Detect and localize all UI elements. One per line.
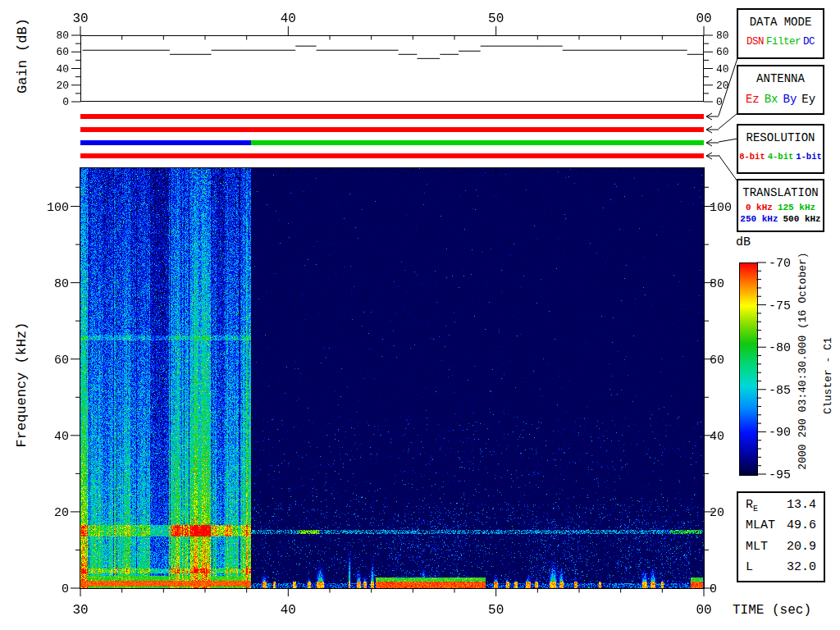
legend-antenna: ANTENNA EzBxByEy — [737, 65, 824, 115]
svg-text:40: 40 — [56, 63, 69, 75]
svg-text:60: 60 — [56, 46, 69, 58]
ephemeris-row-mlt: MLT 20.9 — [746, 540, 816, 555]
ephemeris-row-re: RE 13.4 — [746, 498, 816, 514]
legend-resolution-values: 8-bit4-bit1-bit — [739, 152, 822, 162]
svg-text:20: 20 — [54, 506, 69, 520]
legend-translation: TRANSLATION 0 kHz125 kHz250 kHz500 kHz — [737, 179, 824, 232]
legend-value-0-khz: 0 kHz — [746, 203, 773, 213]
svg-text:0: 0 — [716, 96, 723, 108]
svg-text:0: 0 — [62, 96, 69, 108]
legend-resolution: RESOLUTION 8-bit4-bit1-bit — [737, 124, 824, 174]
legend-translation-values: 0 kHz125 kHz250 kHz500 kHz — [740, 203, 820, 225]
legend-resolution-title: RESOLUTION — [746, 131, 815, 144]
legend-value-bx: Bx — [765, 93, 778, 106]
ephemeris-value-re: 13.4 — [787, 498, 816, 514]
legend-value-dsn: DSN — [746, 36, 764, 48]
svg-text:80: 80 — [54, 277, 69, 291]
legend-value-8-bit: 8-bit — [739, 152, 765, 162]
svg-text:80: 80 — [56, 30, 69, 42]
ephemeris-label-mlat: MLAT — [746, 518, 775, 534]
svg-text:20: 20 — [56, 80, 69, 92]
ephemeris-value-mlat: 49.6 — [787, 518, 816, 534]
svg-text:0: 0 — [62, 582, 69, 596]
svg-text:-90: -90 — [769, 426, 791, 440]
svg-text:30: 30 — [72, 603, 88, 618]
legend-antenna-title: ANTENNA — [756, 72, 805, 85]
status-bar-resolution — [80, 140, 704, 145]
svg-text:20: 20 — [716, 80, 729, 92]
legend-value-1-bit: 1-bit — [796, 152, 822, 162]
gain-axis-label: Gain (dB) — [15, 18, 30, 94]
time-axis-label: TIME (sec) — [733, 603, 811, 618]
svg-text:-85: -85 — [769, 384, 791, 398]
colorbar — [739, 262, 758, 476]
ephemeris-label-mlt: MLT — [746, 540, 768, 555]
svg-text:100: 100 — [710, 201, 732, 215]
svg-text:30: 30 — [72, 11, 88, 26]
svg-text:60: 60 — [54, 354, 69, 368]
ephemeris-row-mlat: MLAT 49.6 — [746, 518, 816, 534]
ephemeris-label-re: RE — [746, 498, 758, 514]
legend-value-filter: Filter — [766, 36, 801, 48]
ephemeris-value-mlt: 20.9 — [787, 540, 816, 555]
ephemeris-row-l: L 32.0 — [746, 560, 816, 576]
legend-value-250-khz: 250 kHz — [740, 214, 778, 225]
timestamp-vertical-text: 2000 290 03:40:30.000 (16 October) — [797, 252, 809, 469]
ephemeris-value-l: 32.0 — [787, 560, 816, 576]
svg-text:40: 40 — [710, 430, 724, 444]
legend-value-125-khz: 125 kHz — [778, 203, 815, 213]
svg-text:00: 00 — [696, 603, 711, 618]
svg-text:-75: -75 — [769, 299, 791, 313]
svg-text:-80: -80 — [769, 341, 791, 355]
legend-antenna-values: EzBxByEy — [746, 93, 815, 106]
ephemeris-box: RE 13.4 MLAT 49.6 MLT 20.9 L 32.0 — [737, 491, 825, 582]
svg-text:40: 40 — [281, 11, 296, 26]
frequency-axis-label: Frequency (kHz) — [14, 322, 30, 447]
legend-value-ey: Ey — [801, 93, 815, 106]
legend-value-500-khz: 500 kHz — [783, 214, 821, 225]
colorbar-unit-label: dB — [736, 235, 751, 249]
svg-text:50: 50 — [488, 11, 504, 26]
legend-data-mode: DATA MODE DSNFilterDC — [737, 8, 824, 59]
spectrogram-canvas — [80, 168, 704, 588]
wbd-spectrogram-page: dB Gain (dB) Frequency (kHz) TIME (sec) … — [0, 0, 840, 630]
legend-data-mode-title: DATA MODE — [750, 16, 812, 29]
svg-text:40: 40 — [281, 603, 296, 618]
legend-translation-title: TRANSLATION — [742, 186, 818, 199]
spacecraft-vertical-text: Cluster - C1 — [822, 337, 834, 414]
svg-text:100: 100 — [47, 201, 69, 215]
status-bar-translation — [80, 153, 704, 158]
svg-text:40: 40 — [54, 430, 69, 444]
svg-text:0: 0 — [710, 582, 717, 596]
legend-translation-row-0: 0 kHz125 kHz — [740, 203, 820, 213]
svg-text:50: 50 — [488, 603, 504, 618]
svg-text:00: 00 — [696, 11, 711, 26]
svg-text:40: 40 — [716, 63, 729, 75]
legend-value-by: By — [783, 93, 797, 106]
legend-data-mode-values: DSNFilterDC — [746, 36, 815, 48]
svg-text:60: 60 — [716, 46, 729, 58]
legend-value-4-bit: 4-bit — [768, 152, 794, 162]
ephemeris-label-l: L — [746, 560, 753, 576]
svg-text:60: 60 — [710, 354, 724, 368]
legend-translation-row-1: 250 kHz500 kHz — [740, 214, 820, 225]
legend-value-dc: DC — [803, 36, 815, 48]
svg-text:-95: -95 — [769, 468, 791, 482]
status-bar-antenna — [80, 127, 704, 132]
svg-text:80: 80 — [710, 277, 724, 291]
svg-text:-70: -70 — [769, 257, 791, 271]
legend-value-ez: Ez — [746, 93, 760, 106]
status-bar-data-mode — [80, 114, 704, 119]
svg-text:80: 80 — [716, 30, 729, 42]
svg-text:20: 20 — [710, 506, 724, 520]
